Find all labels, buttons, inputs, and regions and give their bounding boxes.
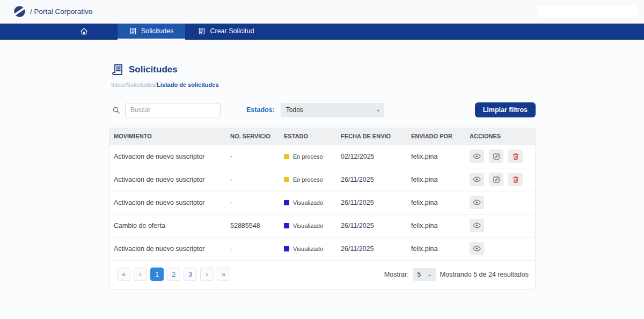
cell-estado: Visualizado [280,191,336,214]
breadcrumb: Inicio/Solicitudes/Listado de solicitude… [109,81,536,88]
cell-estado: Visualizado [280,237,336,260]
table-row: Activacion de nuevo suscriptor-Visualiza… [109,237,535,260]
eye-icon [473,152,481,160]
cell-enviado-por: felix.pina [407,237,465,260]
column-header: ENVIADO POR [407,128,465,145]
top-header: / Portal Corporativo [0,0,644,24]
eye-icon [473,175,481,183]
mostrar-label: Mostrar: [384,271,409,278]
cell-no-servicio: - [226,191,280,214]
table-footer: «‹123›» Mostrar: 5 ⌄ Mostrando 5 de 24 r… [109,260,535,289]
next-page-button[interactable]: › [200,268,214,281]
view-button[interactable] [470,150,484,163]
delete-button[interactable] [508,150,523,163]
status-square-icon [284,246,289,251]
filter-bar: Estados: Todos ⌄ Limpiar filtros [109,102,536,117]
limpiar-filtros-button[interactable]: Limpiar filtros [475,102,536,117]
status-label: En proceso [293,176,323,183]
table-row: Activacion de nuevo suscriptor-Visualiza… [109,191,535,214]
home-icon [80,27,88,35]
table-row: Cambio de oferta52885548Visualizado26/11… [109,214,535,237]
cell-fecha-envio: 26/11/2025 [336,168,407,191]
cell-acciones [465,145,535,168]
estados-label: Estados: [246,106,275,114]
eye-icon [473,221,481,229]
table-header-row: MOVIMIENTONO. SERVICIOESTADOFECHA DE ENV… [109,128,535,145]
row-actions [470,196,531,209]
row-actions [470,219,531,232]
trash-icon [512,153,519,160]
cell-acciones [465,237,535,260]
view-button[interactable] [470,196,484,209]
breadcrumb-path[interactable]: Inicio/Solicitudes/ [111,81,157,88]
status-label: En proceso [293,153,323,160]
edit-icon [493,176,500,183]
status-badge: Visualizado [284,222,332,229]
row-actions [470,242,531,255]
search-icon [112,106,120,114]
pagination: «‹123›» [117,268,230,281]
solicitudes-table: MOVIMIENTONO. SERVICIOESTADOFECHA DE ENV… [109,128,535,260]
edit-button[interactable] [489,173,503,186]
solicitudes-page-icon [111,63,124,76]
page-3-button[interactable]: 3 [184,268,197,281]
table-row: Activacion de nuevo suscriptor-En proces… [109,145,535,168]
cell-movimiento: Activacion de nuevo suscriptor [109,237,226,260]
brand[interactable]: / Portal Corporativo [13,5,92,18]
cell-fecha-envio: 02/12/2025 [336,145,407,168]
document-icon [129,27,137,35]
first-page-button[interactable]: « [117,268,130,281]
column-header: ACCIONES [465,128,535,145]
company-logo-icon [13,5,26,18]
cell-no-servicio: - [226,237,280,260]
view-button[interactable] [470,173,484,186]
cell-movimiento: Activacion de nuevo suscriptor [109,145,226,168]
page-size-select[interactable]: 5 [413,268,436,281]
status-badge: Visualizado [284,246,332,252]
status-square-icon [284,200,289,205]
row-actions [470,150,531,163]
tab-crear-solicitud[interactable]: Crear Solicitud [186,24,266,39]
table-row: Activacion de nuevo suscriptor-En proces… [109,168,535,191]
document-icon [198,27,206,35]
cell-enviado-por: felix.pina [407,214,465,237]
column-header: MOVIMIENTO [109,128,226,145]
cell-enviado-por: felix.pina [407,191,465,214]
cell-acciones [465,214,535,237]
delete-button[interactable] [508,173,523,186]
status-badge: En proceso [284,153,332,160]
view-button[interactable] [470,219,484,232]
nav-home-button[interactable] [72,24,95,39]
cell-acciones [465,168,535,191]
cell-fecha-envio: 26/11/2025 [336,237,407,260]
last-page-button[interactable]: » [217,268,230,281]
status-badge: Visualizado [284,199,332,206]
page-2-button[interactable]: 2 [167,268,180,281]
main-content: Solicitudes Inicio/Solicitudes/Listado d… [109,41,536,290]
search-input[interactable] [125,103,221,117]
page-title: Solicitudes [129,64,178,75]
topbar-input[interactable] [537,5,638,18]
cell-no-servicio: - [226,145,280,168]
edit-button[interactable] [489,150,503,163]
cell-estado: En proceso [280,168,336,191]
status-label: Visualizado [293,246,323,252]
tab-label: Solicitudes [141,27,173,35]
cell-movimiento: Activacion de nuevo suscriptor [109,191,226,214]
status-badge: En proceso [284,176,332,183]
cell-estado: Visualizado [280,214,336,237]
status-square-icon [284,154,289,159]
tab-solicitudes[interactable]: Solicitudes [118,24,185,40]
cell-no-servicio: - [226,168,280,191]
view-button[interactable] [470,242,484,255]
status-square-icon [284,177,289,182]
prev-page-button[interactable]: ‹ [134,268,147,281]
column-header: FECHA DE ENVIO [336,128,407,145]
solicitudes-table-card: MOVIMIENTONO. SERVICIOESTADOFECHA DE ENV… [109,128,536,290]
column-header: ESTADO [280,128,336,145]
page-1-button[interactable]: 1 [150,268,164,281]
estados-select[interactable]: Todos [281,103,384,117]
status-label: Visualizado [293,222,323,229]
cell-fecha-envio: 26/11/2025 [336,214,407,237]
trash-icon [512,176,519,183]
